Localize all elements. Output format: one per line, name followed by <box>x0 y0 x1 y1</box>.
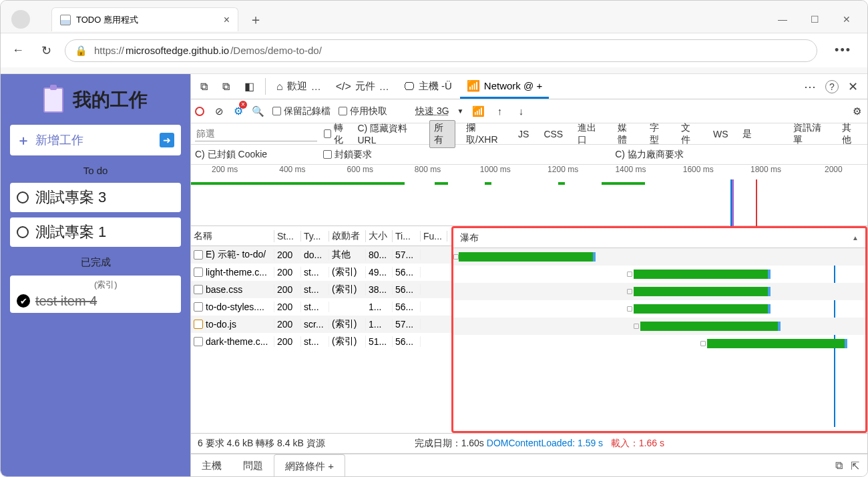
timeline-overview[interactable]: 200 ms 400 ms 600 ms 800 ms 1000 ms 1200… <box>191 165 867 226</box>
table-row[interactable]: to-do-styles....200st...1...56... <box>191 298 451 316</box>
filter-other[interactable]: 其他 <box>838 121 863 147</box>
throttle-select[interactable]: 快速 3G <box>415 105 449 117</box>
task-label: 測試專案 1 <box>35 222 106 242</box>
add-task-label: 新增工作 <box>35 132 83 148</box>
devtools-panel: ⧉ ⧉ ◧ ⌂歡迎… </>元件… 🖵主機 -Ü 📶Network @ + ⋯ … <box>190 74 867 477</box>
url-path: /Demos/demo-to-do/ <box>230 45 322 56</box>
upload-icon[interactable]: ↑ <box>493 105 506 117</box>
task-card-done[interactable]: (索引) ✔ test item 4 <box>10 276 181 313</box>
table-row[interactable]: base.css200st...(索引)38...56... <box>191 281 451 298</box>
task-card[interactable]: 測試專案 3 <box>10 183 181 212</box>
task-checkbox[interactable] <box>17 226 29 238</box>
drawer-icon-1[interactable]: ⧉ <box>835 460 843 472</box>
filter-row: 轉化 C) 隱藏資料 URL 所有 攔取/XHR JS CSS 進出口 媒體 字… <box>191 123 867 145</box>
tab-host[interactable]: 🖵主機 -Ü <box>397 74 459 99</box>
wifi-small-icon[interactable]: 📶 <box>471 105 485 117</box>
preserve-log-checkbox[interactable]: 保留記錄檔 <box>272 105 331 117</box>
maximize-button[interactable]: ☐ <box>799 14 830 25</box>
back-button[interactable]: ← <box>9 43 27 57</box>
disable-cache-checkbox[interactable]: 停用快取 <box>339 105 387 117</box>
browser-chrome: TODO 應用程式 × ＋ — ☐ ✕ ← ↻ 🔒 https:// micro… <box>1 1 867 74</box>
submit-button[interactable]: ➜ <box>160 133 174 147</box>
filter-media[interactable]: 媒體 <box>614 121 639 147</box>
filter-toggle[interactable]: ⚙ <box>234 105 243 117</box>
address-bar-row: ← ↻ 🔒 https:// microsoftedge.github.io /… <box>1 33 867 67</box>
inspect-icon: ⧉ <box>200 81 208 93</box>
load-label: 載入：1.66 s <box>611 438 664 448</box>
browser-menu-button[interactable]: ••• <box>827 43 859 57</box>
address-bar[interactable]: 🔒 https:// microsoftedge.github.io /Demo… <box>65 39 817 62</box>
invert-checkbox[interactable]: 轉化 <box>324 122 351 146</box>
settings-button[interactable]: ⚙ <box>850 105 863 117</box>
section-todo-label: To do <box>10 161 181 177</box>
favicon-icon <box>60 15 71 25</box>
filter-doc[interactable]: 文件 <box>677 121 702 147</box>
task-checkbox[interactable] <box>17 191 29 203</box>
filter-all[interactable]: 所有 <box>429 120 456 148</box>
filter-import[interactable]: 進出口 <box>574 121 607 147</box>
drawer-tab-netcond[interactable]: 網路條件 + <box>274 454 345 477</box>
close-button[interactable]: ✕ <box>831 14 862 25</box>
task-card[interactable]: 測試專案 1 <box>10 217 181 247</box>
drawer-tab-host[interactable]: 主機 <box>191 454 232 477</box>
task-label: 測試專案 3 <box>35 187 106 207</box>
check-icon[interactable]: ✔ <box>17 294 30 308</box>
tab-close-icon[interactable]: × <box>224 14 230 26</box>
minimize-button[interactable]: — <box>767 14 798 25</box>
filter-ws[interactable]: WS <box>709 127 732 141</box>
search-button[interactable]: 🔍 <box>251 105 264 117</box>
hide-data-label[interactable]: C) 隱藏資料 URL <box>358 123 423 145</box>
blocked-cookie-label[interactable]: C) 已封鎖 Cookie <box>195 149 267 161</box>
inspect-button[interactable]: ⧉ <box>194 74 214 99</box>
timeline-ruler: 200 ms 400 ms 600 ms 800 ms 1000 ms 1200… <box>191 165 867 179</box>
devtools-more-button[interactable]: ⋯ <box>804 79 816 94</box>
status-bar: 6 要求 4.6 kB 轉移 8.4 kB 資源 完成日期：1.60s DOMC… <box>191 434 867 454</box>
profile-avatar[interactable] <box>11 10 30 29</box>
drawer-icon-2[interactable]: ⇱ <box>851 460 859 472</box>
table-row[interactable]: E) 示範- to-do/200do...其他80...57... <box>191 246 451 264</box>
drawer-tab-issues[interactable]: 問題 <box>232 454 274 477</box>
devtools-close-button[interactable]: ✕ <box>848 79 858 94</box>
todo-title: 我的工作 <box>73 87 148 113</box>
table-row[interactable]: to-do.js200scr...(索引)1...57... <box>191 316 451 333</box>
tab-elements[interactable]: </>元件… <box>329 74 396 99</box>
dock-button[interactable]: ◧ <box>238 74 261 99</box>
waterfall-panel[interactable]: 瀑布 ▲ <box>451 226 867 433</box>
filter-input[interactable] <box>195 127 317 141</box>
filter-yes[interactable]: 是 <box>738 127 756 141</box>
section-done-label: 已完成 <box>10 252 181 270</box>
browser-tab[interactable]: TODO 應用程式 × <box>51 7 238 31</box>
tab-welcome[interactable]: ⌂歡迎… <box>270 74 328 99</box>
window-controls: — ☐ ✕ <box>767 14 862 25</box>
resource-table: 名稱 St... Ty... 啟動者 大小 Ti... Fu... E) 示範-… <box>191 226 867 434</box>
filter-fetch[interactable]: 攔取/XHR <box>462 121 507 147</box>
finish-label: 完成日期：1.60s <box>415 438 484 448</box>
tab-network[interactable]: 📶Network @ + <box>460 74 549 99</box>
table-row[interactable]: dark-theme.c...200st...(索引)51...56... <box>191 333 451 350</box>
block-req-checkbox[interactable]: 封鎖要求 <box>323 149 372 161</box>
filter-js[interactable]: JS <box>514 127 533 141</box>
record-button[interactable] <box>195 107 204 116</box>
filter-font[interactable]: 字型 <box>646 121 671 147</box>
sort-icon[interactable]: ▲ <box>852 234 859 242</box>
third-party-label[interactable]: C) 協力廠商要求 <box>615 149 684 161</box>
add-task-input[interactable]: ＋ 新增工作 ➜ <box>10 125 181 155</box>
network-toolbar: ⊘ ⚙ 🔍 保留記錄檔 停用快取 快速 3G ▼ 📶 ↑ ↓ ⚙ <box>191 99 867 123</box>
new-tab-button[interactable]: ＋ <box>244 11 268 29</box>
url-prefix: https:// <box>94 45 124 56</box>
lock-icon: 🔒 <box>75 45 87 57</box>
home-icon: ⌂ <box>276 81 283 93</box>
waterfall-body <box>453 248 865 352</box>
table-row[interactable]: light-theme.c...200st...(索引)49...56... <box>191 264 451 281</box>
refresh-button[interactable]: ↻ <box>37 43 55 58</box>
filter-css[interactable]: CSS <box>539 127 567 141</box>
clear-button[interactable]: ⊘ <box>212 105 226 117</box>
download-icon[interactable]: ↓ <box>514 105 527 117</box>
filter-manifest[interactable]: 資訊清單 <box>789 121 831 147</box>
todo-header: 我的工作 <box>10 83 181 119</box>
code-icon: </> <box>336 81 351 93</box>
device-button[interactable]: ⧉ <box>216 74 236 99</box>
column-headers[interactable]: 名稱 St... Ty... 啟動者 大小 Ti... Fu... <box>191 226 451 246</box>
device-icon: ⧉ <box>222 81 230 93</box>
help-button[interactable]: ? <box>825 80 839 93</box>
